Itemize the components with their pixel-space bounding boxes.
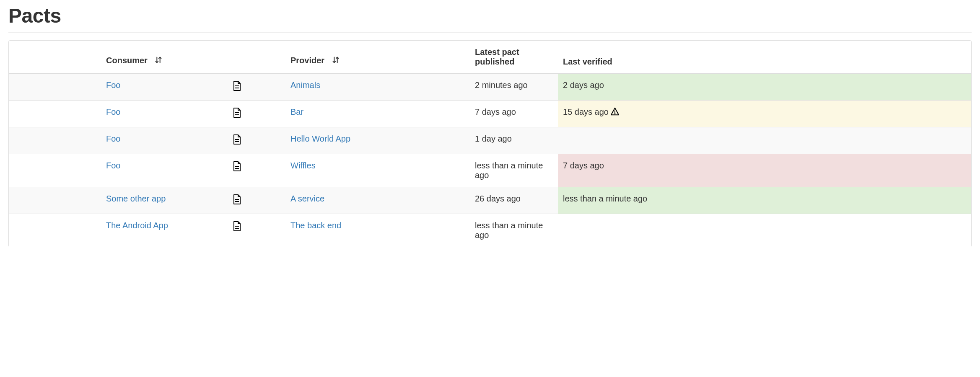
table-row: FooHello World App1 day ago	[9, 127, 971, 154]
last-verified-cell: 15 days ago	[558, 100, 971, 127]
document-icon[interactable]	[232, 161, 242, 174]
pact-doc-cell	[227, 187, 285, 214]
consumer-cell: Some other app	[101, 187, 227, 214]
provider-cell: The back end	[285, 214, 470, 247]
consumer-link[interactable]: Foo	[106, 161, 120, 170]
latest-published-cell: 2 minutes ago	[470, 73, 558, 100]
pact-doc-cell	[227, 73, 285, 100]
last-verified-cell: less than a minute ago	[558, 187, 971, 214]
document-icon[interactable]	[232, 221, 242, 234]
sort-icon[interactable]	[154, 55, 163, 67]
row-spacer	[9, 154, 101, 187]
header-last-verified-label: Last verified	[563, 57, 612, 66]
pact-doc-cell	[227, 127, 285, 154]
table-row: FooWifflesless than a minute ago7 days a…	[9, 154, 971, 187]
row-spacer	[9, 127, 101, 154]
header-provider[interactable]: Provider	[285, 41, 470, 73]
consumer-link[interactable]: The Android App	[106, 221, 168, 230]
consumer-cell: Foo	[101, 100, 227, 127]
latest-published-cell: 26 days ago	[470, 187, 558, 214]
document-icon[interactable]	[232, 80, 242, 93]
header-latest-published-label: Latest pact published	[475, 47, 519, 66]
consumer-link[interactable]: Some other app	[106, 194, 166, 203]
document-icon[interactable]	[232, 134, 242, 147]
pact-doc-cell	[227, 214, 285, 247]
document-icon[interactable]	[232, 194, 242, 207]
latest-published-cell: less than a minute ago	[470, 154, 558, 187]
last-verified-text: 7 days ago	[563, 161, 604, 170]
row-spacer	[9, 100, 101, 127]
warning-icon	[610, 107, 620, 118]
consumer-cell: Foo	[101, 154, 227, 187]
last-verified-text: 15 days ago	[563, 107, 609, 116]
header-doc-spacer	[227, 41, 285, 73]
table-row: The Android AppThe back endless than a m…	[9, 214, 971, 247]
table-row: Some other appA service26 days agoless t…	[9, 187, 971, 214]
provider-link[interactable]: The back end	[290, 221, 341, 230]
latest-published-cell: less than a minute ago	[470, 214, 558, 247]
table-header-row: Consumer Provider	[9, 41, 971, 73]
header-consumer-label: Consumer	[106, 56, 148, 65]
last-verified-text: less than a minute ago	[563, 194, 647, 203]
provider-cell: Bar	[285, 100, 470, 127]
table-row: FooAnimals2 minutes ago2 days ago	[9, 73, 971, 100]
sort-icon[interactable]	[331, 55, 340, 67]
consumer-link[interactable]: Foo	[106, 134, 120, 143]
pacts-table: Consumer Provider	[8, 40, 972, 247]
last-verified-cell: 2 days ago	[558, 73, 971, 100]
last-verified-text: 2 days ago	[563, 80, 604, 90]
pact-doc-cell	[227, 100, 285, 127]
consumer-cell: Foo	[101, 73, 227, 100]
consumer-cell: Foo	[101, 127, 227, 154]
latest-published-cell: 7 days ago	[470, 100, 558, 127]
pact-doc-cell	[227, 154, 285, 187]
header-spacer	[9, 41, 101, 73]
provider-link[interactable]: A service	[290, 194, 324, 203]
provider-link[interactable]: Wiffles	[290, 161, 316, 170]
row-spacer	[9, 187, 101, 214]
header-provider-label: Provider	[290, 56, 324, 65]
row-spacer	[9, 214, 101, 247]
consumer-link[interactable]: Foo	[106, 107, 120, 116]
header-latest-published[interactable]: Latest pact published	[470, 41, 558, 73]
document-icon[interactable]	[232, 107, 242, 120]
provider-cell: Wiffles	[285, 154, 470, 187]
provider-cell: A service	[285, 187, 470, 214]
svg-point-5	[615, 114, 615, 114]
provider-cell: Animals	[285, 73, 470, 100]
table-row: FooBar7 days ago15 days ago	[9, 100, 971, 127]
row-spacer	[9, 73, 101, 100]
header-consumer[interactable]: Consumer	[101, 41, 227, 73]
page-title: Pacts	[8, 4, 972, 33]
last-verified-cell	[558, 127, 971, 154]
provider-link[interactable]: Bar	[290, 107, 303, 116]
provider-cell: Hello World App	[285, 127, 470, 154]
provider-link[interactable]: Animals	[290, 80, 320, 90]
latest-published-cell: 1 day ago	[470, 127, 558, 154]
provider-link[interactable]: Hello World App	[290, 134, 350, 143]
consumer-cell: The Android App	[101, 214, 227, 247]
last-verified-cell: 7 days ago	[558, 154, 971, 187]
header-last-verified[interactable]: Last verified	[558, 41, 971, 73]
last-verified-cell	[558, 214, 971, 247]
consumer-link[interactable]: Foo	[106, 80, 120, 90]
